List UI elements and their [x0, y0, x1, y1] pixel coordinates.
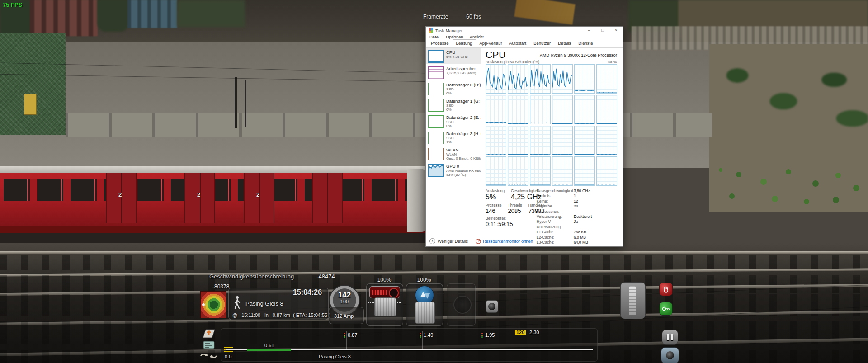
cpu-core-graph-12: [486, 126, 506, 155]
reverser-handle[interactable]: [415, 302, 435, 324]
overspeed-readout: Geschwindigkeitsüberschreitung-48474: [209, 273, 335, 280]
signal-icon: [481, 332, 483, 339]
tab-autostart[interactable]: Autostart: [505, 39, 530, 47]
titlebar[interactable]: Task-Manager – □ ×: [426, 27, 623, 34]
at-symbol: @: [232, 312, 237, 318]
tab-prozesse[interactable]: Prozesse: [427, 39, 453, 47]
sidebar-item-detail: SSD: [446, 120, 480, 124]
chart-axis-label: Auslastung in 60 Sekunden (%): [486, 60, 539, 64]
sidebar-item-gpu[interactable]: GPU 0 AMD Radeon RX 6800 93% (65 °C): [426, 162, 481, 178]
threads-value: 2085: [508, 207, 522, 214]
sidebar-item-title: Datenträger 2 (E: J:): [446, 115, 480, 120]
sidebar-item-title: CPU: [446, 50, 480, 55]
throttle-gauge-icon: [389, 288, 399, 298]
menu-ansicht[interactable]: Ansicht: [470, 34, 484, 39]
map-button[interactable]: [198, 326, 220, 339]
emergency-stop-button[interactable]: [659, 283, 673, 296]
sidebar-item-disk2[interactable]: Datenträger 2 (E: J:) SSD 0%: [426, 113, 481, 129]
performance-sidebar: CPU 5% 4,25 GHz Arbeitsspeicher 7,3/15,9…: [426, 48, 481, 236]
disk1-thumbnail-graph: [428, 99, 444, 112]
track-monitor: 0.61 0.87 1.49 1.95 120 2.30 0.0 Pasing …: [221, 328, 598, 362]
cpu-core-graph-7: [508, 95, 528, 124]
schedule-row: @15:11:00in0.87 km: [232, 312, 294, 318]
cpu-core-graph-15: [552, 126, 573, 155]
sidebar-item-memory[interactable]: Arbeitsspeicher 7,3/15,9 GB (46%): [426, 64, 481, 80]
cpu-core-graph-22: [574, 156, 595, 186]
tab-benutzer[interactable]: Benutzer: [530, 39, 554, 47]
schedule-button[interactable]: [199, 340, 219, 350]
trackside-box: [24, 94, 37, 115]
signal-icon: [420, 332, 422, 339]
minimize-button[interactable]: –: [582, 27, 596, 34]
sidebar-item-detail: AMD Radeon RX 6800: [446, 169, 480, 173]
train-skirt: [0, 226, 427, 233]
chevron-up-icon: ∧: [429, 238, 435, 244]
detail-row: Sockets:1: [537, 193, 618, 198]
key-in-button[interactable]: [659, 302, 673, 316]
fewer-details-toggle[interactable]: Weniger Details: [438, 239, 468, 244]
detail-row: L1-Cache:768 KB: [537, 230, 618, 235]
maximize-button[interactable]: □: [596, 27, 609, 34]
menu-optionen[interactable]: Optionen: [446, 34, 463, 39]
marker-line: [346, 331, 347, 350]
brake-lever-handle[interactable]: [629, 286, 636, 315]
cpu-core-graph-1: [508, 64, 528, 94]
tab-leistung[interactable]: Leistung: [453, 39, 476, 47]
screen: 2 2 2 75 FPS Framerate60 fps Geschw: [0, 0, 868, 363]
open-resource-monitor-link[interactable]: Ressourcenmonitor öffnen: [483, 239, 533, 244]
screenshot-button[interactable]: [661, 347, 679, 363]
marker-line: [484, 331, 484, 350]
cpu-thumbnail-graph: [428, 50, 444, 63]
menu-datei[interactable]: Datei: [429, 34, 439, 39]
performance-body: CPU 5% 4,25 GHz Arbeitsspeicher 7,3/15,9…: [426, 47, 623, 236]
framerate-label: Framerate: [423, 14, 448, 20]
sidebar-item-title: Datenträger 3 (H: C:): [446, 131, 480, 136]
cpu-core-graph-11: [596, 95, 617, 124]
plants: [719, 168, 722, 172]
cpu-core-graph-4: [574, 64, 595, 94]
mesh-fence: [0, 33, 66, 135]
throttle-bars: [372, 290, 387, 295]
eta-label: ( ETA: 15:04:55 ): [293, 312, 330, 318]
tab-details[interactable]: Details: [554, 39, 575, 47]
sidebar-item-disk0[interactable]: Datenträger 0 (D:) SSD 0%: [426, 80, 481, 97]
sidebar-item-detail: 93% (65 °C): [446, 173, 480, 177]
sidebar-item-cpu[interactable]: CPU 5% 4,25 GHz: [426, 48, 481, 64]
throttle-slider[interactable]: [366, 283, 403, 326]
reverser-slider[interactable]: [406, 283, 443, 326]
recenter-arrows-button[interactable]: [197, 351, 221, 361]
pause-button[interactable]: [662, 330, 678, 345]
fps-counter: 75 FPS: [3, 1, 22, 8]
cpu-core-graph-21: [552, 156, 573, 186]
overspeed-label: Geschwindigkeitsüberschreitung: [209, 273, 294, 280]
close-button[interactable]: ×: [609, 27, 623, 34]
sidebar-item-wlan[interactable]: WLAN WLAN Ges.: 0 Empf.: 0 KBit/s: [426, 146, 481, 162]
camera-lens-button[interactable]: [486, 300, 498, 313]
framerate-value: 60 fps: [466, 14, 481, 20]
tab-dienste[interactable]: Dienste: [575, 39, 596, 47]
cpu-core-graph-18: [486, 156, 506, 186]
ammeter-value: 312 Amp: [334, 313, 354, 319]
cpu-core-graph-20: [530, 156, 551, 186]
train-door: [312, 173, 343, 223]
tab-app-verlauf[interactable]: App-Verlauf: [476, 39, 506, 47]
footer-divider: [472, 239, 472, 244]
reverser-percent: 100%: [406, 277, 442, 283]
cpu-core-graph-14: [530, 126, 551, 155]
sbahn-train: 2 2 2: [0, 166, 427, 243]
radar-needle-dot: [202, 303, 205, 306]
cpu-core-graph-5: [596, 64, 617, 94]
throttle-handle[interactable]: [374, 297, 396, 316]
sidebar-item-detail: 5% 4,25 GHz: [446, 55, 480, 59]
cpu-core-graph-9: [552, 95, 573, 124]
disk3-thumbnail-graph: [428, 132, 444, 144]
cpu-core-graph-23: [596, 156, 617, 186]
detail-row: Virtualisierung:Deaktiviert: [537, 214, 618, 219]
sidebar-item-title: Arbeitsspeicher: [446, 66, 480, 71]
sidebar-item-detail: 0%: [446, 124, 480, 128]
processes-value: 146: [486, 207, 501, 214]
sidebar-item-disk1[interactable]: Datenträger 1 (G: I:) SSD 0%: [426, 97, 481, 113]
brake-lever-panel[interactable]: [620, 282, 646, 319]
sidebar-item-disk3[interactable]: Datenträger 3 (H: C:) SSD 1%: [426, 129, 481, 146]
taskmanager-footer: ∧ Weniger Details Ressourcenmonitor öffn…: [426, 236, 623, 246]
